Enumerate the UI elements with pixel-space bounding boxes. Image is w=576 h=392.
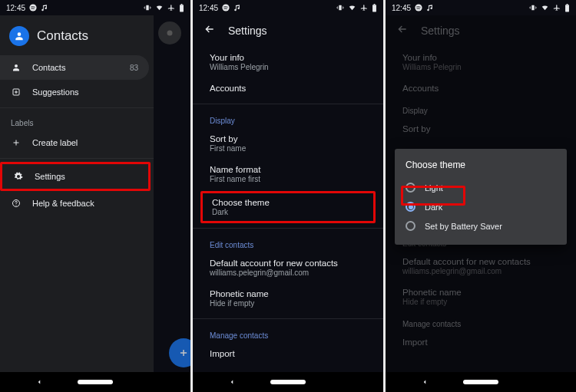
gear-icon bbox=[13, 172, 24, 181]
drawer-item-create-label[interactable]: Create label bbox=[0, 130, 154, 155]
music-icon bbox=[233, 4, 241, 12]
setting-choose-theme[interactable]: Choose theme Dark bbox=[200, 191, 376, 223]
svg-rect-3 bbox=[181, 4, 183, 5]
drawer-item-label: Contacts bbox=[32, 63, 65, 72]
music-icon bbox=[426, 4, 434, 12]
dialog-title: Choose theme bbox=[406, 160, 556, 170]
system-nav-bar bbox=[0, 372, 190, 392]
nav-back-icon[interactable] bbox=[421, 375, 429, 389]
suggestions-icon bbox=[11, 87, 22, 97]
nav-home-pill[interactable] bbox=[270, 380, 306, 384]
status-time: 12:45 bbox=[6, 4, 25, 12]
status-bar: 12:45 bbox=[0, 0, 190, 15]
nav-spacer bbox=[534, 378, 541, 386]
nav-back-icon[interactable] bbox=[35, 375, 43, 389]
back-arrow-icon[interactable] bbox=[204, 23, 216, 38]
section-display: Display bbox=[193, 109, 383, 128]
svg-rect-9 bbox=[372, 5, 376, 12]
radio-icon bbox=[406, 183, 415, 193]
settings-title: Settings bbox=[228, 25, 267, 37]
divider bbox=[193, 228, 383, 229]
wifi-icon bbox=[155, 4, 164, 12]
wifi-icon bbox=[541, 4, 549, 12]
theme-option-dark[interactable]: Dark bbox=[406, 197, 556, 216]
status-bar: 12:45 bbox=[386, 0, 576, 15]
choose-theme-dialog: Choose theme Light Dark Set by Battery S… bbox=[395, 149, 567, 245]
section-manage-contacts: Manage contacts bbox=[193, 324, 383, 343]
drawer-item-label: Settings bbox=[35, 172, 65, 181]
svg-rect-14 bbox=[567, 4, 568, 5]
setting-phonetic-name[interactable]: Phonetic name Hide if empty bbox=[193, 283, 383, 314]
divider bbox=[193, 104, 383, 104]
svg-rect-2 bbox=[180, 5, 184, 12]
divider bbox=[193, 318, 383, 319]
divider bbox=[0, 158, 154, 159]
spotify-icon bbox=[29, 4, 37, 12]
section-edit-contacts: Edit contacts bbox=[193, 233, 383, 252]
wifi-icon bbox=[348, 4, 356, 12]
setting-your-info[interactable]: Your info Williams Pelegrin bbox=[193, 47, 383, 77]
svg-rect-12 bbox=[531, 5, 534, 11]
contacts-count: 83 bbox=[130, 64, 138, 72]
drawer-item-label: Create label bbox=[32, 138, 78, 147]
system-nav-bar bbox=[193, 372, 383, 392]
plus-icon bbox=[11, 138, 22, 147]
airplane-icon bbox=[167, 4, 175, 12]
vibrate-icon bbox=[529, 4, 537, 12]
add-contact-fab[interactable] bbox=[169, 338, 190, 367]
person-icon bbox=[11, 63, 22, 72]
settings-header: Settings bbox=[193, 15, 383, 45]
drawer-item-contacts[interactable]: Contacts 83 bbox=[0, 55, 149, 80]
music-icon bbox=[41, 4, 48, 12]
svg-point-4 bbox=[167, 31, 173, 36]
nav-home-pill[interactable] bbox=[463, 380, 498, 384]
setting-import[interactable]: Import bbox=[193, 343, 383, 364]
spotify-icon bbox=[222, 4, 230, 12]
svg-rect-8 bbox=[339, 5, 341, 11]
drawer-item-label: Help & feedback bbox=[32, 199, 94, 208]
nav-spacer bbox=[148, 378, 156, 386]
radio-label: Set by Battery Saver bbox=[425, 222, 502, 231]
nav-back-icon[interactable] bbox=[228, 375, 236, 389]
theme-option-battery[interactable]: Set by Battery Saver bbox=[406, 216, 556, 236]
radio-icon bbox=[406, 202, 415, 212]
app-title: Contacts bbox=[37, 28, 88, 44]
battery-icon bbox=[372, 4, 377, 12]
setting-default-account[interactable]: Default account for new contacts william… bbox=[193, 252, 383, 283]
nav-spacer bbox=[341, 378, 349, 386]
main-area-behind-drawer bbox=[154, 15, 190, 372]
phone-screen-2: 12:45 Settings Your info Williams Pelegr… bbox=[193, 0, 383, 392]
contact-avatar-peek bbox=[158, 21, 181, 44]
navigation-drawer: Contacts Contacts 83 Suggestions Labels … bbox=[0, 15, 154, 372]
radio-label: Light bbox=[425, 183, 443, 193]
drawer-item-label: Suggestions bbox=[32, 87, 79, 97]
drawer-item-settings[interactable]: Settings bbox=[0, 162, 151, 191]
settings-list: Your info Williams Pelegrin Accounts Dis… bbox=[193, 45, 383, 364]
airplane-icon bbox=[360, 4, 368, 12]
svg-rect-10 bbox=[374, 4, 376, 5]
drawer-item-help[interactable]: Help & feedback bbox=[0, 191, 154, 216]
battery-icon bbox=[564, 4, 570, 12]
contacts-app-icon bbox=[9, 26, 29, 46]
app-header: Contacts bbox=[0, 15, 154, 55]
phone-screen-3: 12:45 Settings Your infoWilliams Pelegri… bbox=[386, 0, 576, 392]
nav-home-pill[interactable] bbox=[78, 380, 113, 384]
radio-label: Dark bbox=[425, 203, 442, 212]
setting-accounts[interactable]: Accounts bbox=[193, 77, 383, 99]
setting-sort-by[interactable]: Sort by First name bbox=[193, 128, 383, 159]
svg-rect-13 bbox=[565, 5, 569, 12]
drawer-item-suggestions[interactable]: Suggestions bbox=[0, 80, 154, 104]
svg-rect-1 bbox=[146, 5, 148, 11]
status-time: 12:45 bbox=[199, 4, 218, 12]
airplane-icon bbox=[553, 4, 561, 12]
battery-icon bbox=[179, 4, 184, 12]
vibrate-icon bbox=[336, 4, 344, 12]
system-nav-bar bbox=[386, 372, 576, 392]
setting-name-format[interactable]: Name format First name first bbox=[193, 159, 383, 189]
spotify-icon bbox=[415, 4, 422, 12]
theme-option-light[interactable]: Light bbox=[406, 178, 556, 197]
radio-icon bbox=[406, 221, 415, 231]
status-time: 12:45 bbox=[392, 4, 411, 12]
labels-section-header: Labels bbox=[0, 111, 154, 130]
phone-screen-1: 12:45 bbox=[0, 0, 190, 392]
